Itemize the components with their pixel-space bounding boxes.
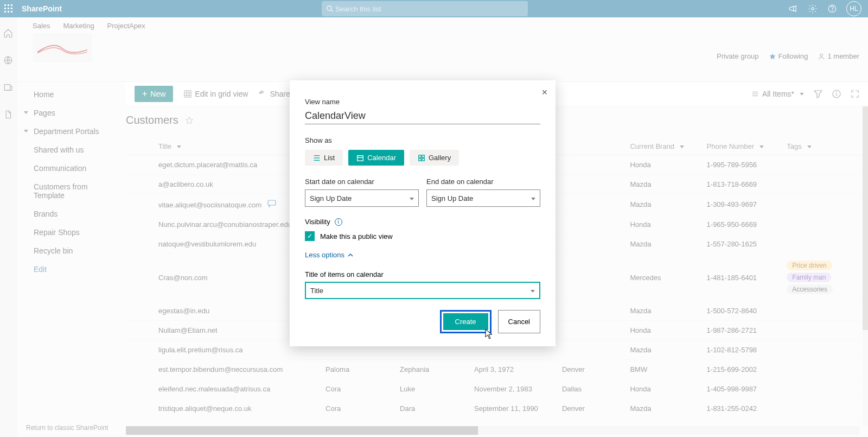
visibility-info-icon[interactable]: i xyxy=(335,218,342,226)
title-items-select[interactable]: Title xyxy=(305,282,540,299)
svg-rect-37 xyxy=(422,155,424,157)
visibility-label: Visibility xyxy=(305,218,330,226)
public-view-checkbox-label: Make this a public view xyxy=(320,232,393,240)
end-date-select[interactable]: Sign Up Date xyxy=(426,189,540,207)
show-as-calendar[interactable]: Calendar xyxy=(348,150,404,166)
create-button-highlight: Create xyxy=(440,310,492,333)
close-button[interactable]: ✕ xyxy=(541,88,548,97)
show-as-list[interactable]: List xyxy=(305,150,343,166)
view-name-label: View name xyxy=(305,98,540,106)
less-options-toggle[interactable]: Less options xyxy=(305,251,353,259)
show-as-label: Show as xyxy=(305,136,540,144)
view-name-input[interactable] xyxy=(305,107,540,124)
svg-rect-34 xyxy=(358,155,363,161)
svg-rect-36 xyxy=(419,155,421,157)
svg-rect-39 xyxy=(422,158,424,160)
create-button[interactable]: Create xyxy=(443,313,488,330)
public-view-checkbox[interactable]: ✓ xyxy=(305,231,315,241)
end-date-label: End date on calendar xyxy=(426,178,494,186)
create-view-dialog: ✕ View name Show as List Calendar Galler… xyxy=(290,80,556,346)
cancel-button[interactable]: Cancel xyxy=(498,310,540,333)
svg-rect-38 xyxy=(419,158,421,160)
show-as-gallery[interactable]: Gallery xyxy=(410,150,459,166)
start-date-select[interactable]: Sign Up Date xyxy=(305,189,419,207)
start-date-label: Start date on calendar xyxy=(305,178,374,186)
title-items-label: Title of items on calendar xyxy=(305,270,540,278)
